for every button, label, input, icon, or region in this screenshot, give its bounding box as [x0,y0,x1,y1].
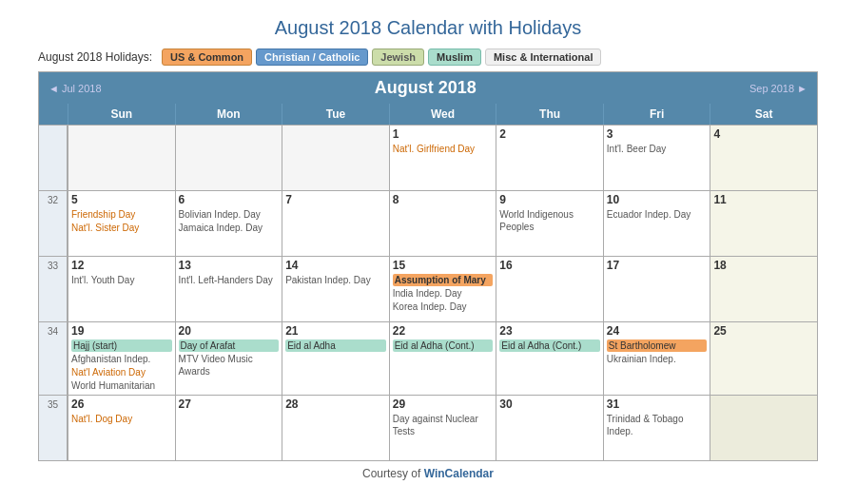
week-number: 32 [39,191,68,256]
calendar-cell: 1Nat'l. Girlfriend Day [389,126,496,190]
footer: Courtesy of WinCalendar [362,467,494,480]
day-number: 8 [393,193,494,206]
day-number: 11 [713,193,814,206]
day-number: 23 [499,324,600,338]
calendar-cell: 5Friendship DayNat'l. Sister Day [68,191,175,256]
day-number: 5 [71,193,172,206]
day-number: 9 [499,193,600,206]
day-number: 21 [285,324,386,338]
calendar-cell: 2 [496,126,603,190]
calendar: ◄ Jul 2018 August 2018 Sep 2018 ► Sun Mo… [38,71,818,461]
calendar-body: 1Nat'l. Girlfriend Day23Int'l. Beer Day4… [39,125,817,460]
day-number: 27 [179,397,280,411]
calendar-event: St Bartholomew [607,339,708,352]
badge-misc[interactable]: Misc & International [485,48,602,66]
calendar-event: Eid al Adha (Cont.) [393,339,494,352]
day-number: 28 [285,397,386,411]
day-number: 31 [607,397,708,411]
day-number: 10 [607,193,708,206]
badge-christian[interactable]: Christian / Catholic [256,48,368,66]
calendar-event: India Indep. Day [393,287,494,300]
day-number: 12 [71,259,172,272]
day-number: 20 [179,324,280,338]
calendar-event: Assumption of Mary [393,274,494,286]
calendar-cell [68,126,175,190]
calendar-event: Hajj (start) [71,339,172,352]
calendar-cell: 3Int'l. Beer Day [603,126,710,190]
calendar-cell: 27 [175,396,282,460]
day-number: 24 [607,324,708,338]
day-number: 14 [285,259,386,272]
calendar-cell: 22Eid al Adha (Cont.) [389,322,496,395]
day-number: 2 [499,127,600,141]
days-header: Sun Mon Tue Wed Thu Fri Sat [39,104,817,125]
week-number: 34 [39,322,68,395]
calendar-cell: 4 [710,126,817,190]
badge-us[interactable]: US & Common [162,48,252,66]
day-number: 19 [71,324,172,338]
calendar-event: Nat'l. Dog Day [71,413,172,425]
calendar-cell: 26Nat'l. Dog Day [68,396,175,460]
calendar-cell: 23Eid al Adha (Cont.) [496,322,603,395]
calendar-event: Bolivian Indep. Day [179,208,280,221]
day-sun: Sun [68,104,175,125]
calendar-cell: 11 [710,191,817,256]
day-number: 25 [713,324,814,338]
day-number: 22 [393,324,494,338]
calendar-event: Ukrainian Indep. [607,353,708,365]
calendar-event: Day against Nuclear Tests [393,413,494,437]
day-number: 29 [393,397,494,411]
calendar-event: Trinidad & Tobago Indep. [607,413,708,437]
calendar-event: Korea Indep. Day [393,300,494,313]
day-number: 26 [71,397,172,411]
calendar-event: Afghanistan Indep. [71,353,172,365]
calendar-week: 1Nat'l. Girlfriend Day23Int'l. Beer Day4 [39,125,817,190]
week-num-header [39,104,68,125]
calendar-event: Eid al Adha (Cont.) [499,339,600,352]
calendar-event: Int'l. Left-Handers Day [179,274,280,286]
week-number: 33 [39,257,68,321]
calendar-cell: 30 [496,396,603,460]
calendar-event: World Humanitarian [71,379,172,392]
day-number: 30 [499,397,600,411]
calendar-event: Nat'l. Girlfriend Day [393,143,494,155]
calendar-cell: 8 [389,191,496,256]
calendar-week: 3312Int'l. Youth Day13Int'l. Left-Hander… [39,256,817,321]
calendar-event: Nat'l. Sister Day [71,222,172,234]
day-fri: Fri [603,104,710,125]
holidays-row: August 2018 Holidays: US & Common Christ… [38,48,818,66]
calendar-cell: 13Int'l. Left-Handers Day [175,257,282,321]
week-number: 35 [39,396,68,460]
calendar-event: World Indigenous Peoples [499,208,600,233]
day-number: 17 [607,259,708,272]
calendar-cell: 14Pakistan Indep. Day [282,257,389,321]
footer-text: Courtesy of [362,467,424,480]
next-month-link[interactable]: Sep 2018 ► [749,83,807,94]
day-number: 15 [393,259,494,272]
calendar-event: Day of Arafat [179,339,280,352]
calendar-cell: 29Day against Nuclear Tests [389,396,496,460]
calendar-cell: 25 [710,322,817,395]
badge-jewish[interactable]: Jewish [372,48,424,66]
calendar-cell: 28 [282,396,389,460]
day-tue: Tue [282,104,389,125]
calendar-header: ◄ Jul 2018 August 2018 Sep 2018 ► [39,72,817,104]
day-number: 13 [179,259,280,272]
prev-month-link[interactable]: ◄ Jul 2018 [49,83,102,94]
footer-link[interactable]: WinCalendar [424,467,494,480]
holidays-label: August 2018 Holidays: [38,50,152,64]
calendar-cell: 16 [496,257,603,321]
calendar-week: 3526Nat'l. Dog Day272829Day against Nucl… [39,395,817,460]
calendar-cell: 24St BartholomewUkrainian Indep. [603,322,710,395]
calendar-cell [710,396,817,460]
calendar-cell: 6Bolivian Indep. DayJamaica Indep. Day [175,191,282,256]
month-title: August 2018 [375,78,477,98]
calendar-cell: 18 [710,257,817,321]
calendar-event: Jamaica Indep. Day [179,222,280,234]
calendar-cell: 31Trinidad & Tobago Indep. [603,396,710,460]
badge-muslim[interactable]: Muslim [428,48,481,66]
calendar-cell: 9World Indigenous Peoples [496,191,603,256]
day-sat: Sat [710,104,817,125]
day-number: 4 [713,127,814,141]
calendar-cell: 10Ecuador Indep. Day [603,191,710,256]
